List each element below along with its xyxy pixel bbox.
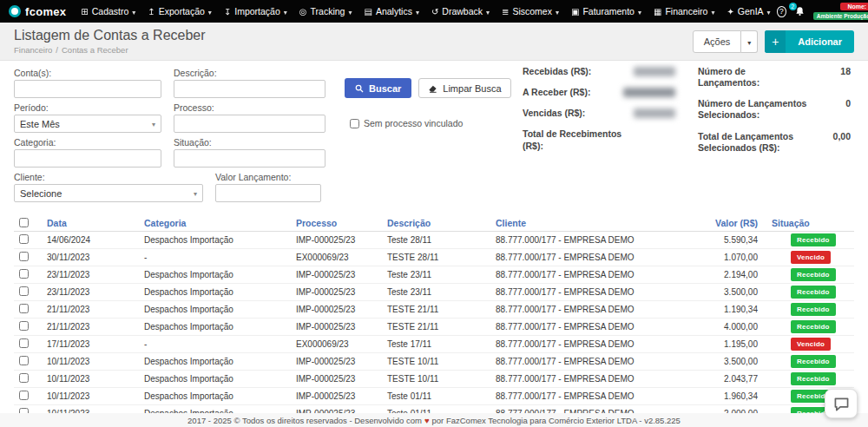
contas-label: Conta(s): [14,68,161,78]
column-header[interactable]: Processo [289,215,380,232]
breadcrumb-parent[interactable]: Financeiro [14,45,52,55]
buscar-button[interactable]: Buscar [345,78,411,98]
notifications-button[interactable]: 2 [795,6,805,16]
table-row[interactable]: 21/11/2023 Despachos Importação IMP-0000… [14,301,854,319]
chat-button[interactable] [825,389,858,418]
valor-lancamento-label: Valor Lançamento: [215,172,321,182]
nav-item-analytics[interactable]: ▤ Analytics [358,0,424,23]
a-receber-value-obscured [623,88,675,97]
descricao-input[interactable] [174,80,326,98]
cell-categoria: Despachos Importação [137,371,289,388]
situacao-label: Situação: [174,137,326,148]
brand-logo[interactable]: fcomex [9,5,66,18]
row-checkbox[interactable] [19,391,29,400]
table-row[interactable]: 14/06/2024 Despachos Importação IMP-0000… [14,232,854,249]
cell-situacao: Recebido [765,266,854,284]
user-menu[interactable]: Nome: Ambiente Produção FAZCOMEX DEMO CP… [813,0,868,30]
nav-item-genia[interactable]: ✦ GenIA [720,0,776,23]
row-checkbox[interactable] [19,373,29,383]
table-row[interactable]: 21/11/2023 Despachos Importação IMP-0000… [14,319,854,336]
cell-valor: 5.590,34 [691,232,765,249]
drawback-icon: ↺ [431,7,438,16]
breadcrumb-separator: / [56,45,58,55]
notification-count-badge: 2 [789,3,797,10]
row-checkbox[interactable] [19,338,29,348]
cell-situacao: Recebido [765,371,854,388]
analytics-icon: ▤ [364,7,372,16]
footer-text-after: por FazComex Tecnologia para Comércio Ex… [432,416,681,425]
periodo-select[interactable]: Este Mês [14,115,161,133]
brand-text: fcomex [25,5,66,18]
cell-cliente: 88.777.000/177 - EMPRESA DEMO [489,353,691,371]
chevron-down-icon [556,7,559,16]
nav-item-siscomex[interactable]: ≣ Siscomex [496,0,565,23]
cliente-select[interactable]: Selecione [14,184,203,202]
status-badge: Recebido [791,303,836,316]
nav-item-importação[interactable]: ↧ Importação [218,0,293,23]
footer: 2017 - 2025 © Todos os direitos reservad… [0,413,868,427]
column-header[interactable]: Situação [765,215,854,232]
add-button[interactable]: + Adicionar [765,30,854,53]
export-icon: ↥ [148,7,155,16]
actions-button[interactable]: Ações [693,30,742,53]
table-row[interactable]: 23/11/2023 Despachos Importação IMP-0000… [14,284,854,301]
nav-item-financeiro[interactable]: ▦ Financeiro [648,0,721,23]
genia-icon: ✦ [727,7,733,16]
row-checkbox[interactable] [19,269,29,279]
field-contas: Conta(s): [14,68,161,98]
nav-item-exportação[interactable]: ↥ Exportação [141,0,218,23]
tracking-icon: ◎ [299,7,307,16]
cell-cliente: 88.777.000/177 - EMPRESA DEMO [489,388,691,405]
column-header[interactable]: Categoria [137,215,289,232]
sem-processo-checkbox[interactable] [350,119,359,128]
nav-item-cadastro[interactable]: ⊞ Cadastro [75,0,141,23]
processo-input[interactable] [174,115,326,133]
situacao-input[interactable] [174,149,326,168]
field-periodo: Período: Este Mês [14,102,161,133]
column-header[interactable]: Cliente [489,215,691,232]
cell-situacao: Recebido [765,353,854,371]
cell-cliente: 88.777.000/177 - EMPRESA DEMO [489,249,691,266]
valor-lancamento-input[interactable] [215,184,321,202]
row-checkbox[interactable] [19,304,29,313]
chevron-down-icon [416,7,419,16]
row-checkbox[interactable] [19,356,29,365]
cell-valor: 1.960,34 [691,388,765,405]
total-selecionados-value: 0,00 [833,131,851,141]
sem-processo-row[interactable]: Sem processo vinculado [350,118,463,128]
column-header[interactable]: Valor (R$) [691,215,765,232]
row-checkbox[interactable] [19,234,29,244]
status-badge: Recebido [791,286,836,299]
column-header[interactable]: Data [40,215,137,232]
brand-circle-icon [9,5,21,17]
chevron-down-icon [194,188,197,198]
row-checkbox[interactable] [19,252,29,261]
contas-input[interactable] [14,80,161,98]
table-row[interactable]: 10/11/2023 Despachos Importação IMP-0000… [14,353,854,371]
field-descricao: Descrição: [174,68,326,98]
plus-icon: + [765,30,786,53]
nav-item-tracking[interactable]: ◎ Tracking [293,0,358,23]
cell-cliente: 88.777.000/177 - EMPRESA DEMO [489,232,691,249]
header-actions: Ações + Adicionar [693,30,854,53]
categoria-input[interactable] [14,149,161,168]
cell-processo: IMP-000025/23 [289,353,380,371]
row-checkbox[interactable] [19,321,29,331]
nav-item-faturamento[interactable]: ▣ Faturamento [565,0,648,23]
select-all-checkbox[interactable] [19,218,29,227]
actions-caret-button[interactable] [741,30,758,53]
table-row[interactable]: 10/11/2023 Despachos Importação IMP-0000… [14,388,854,405]
table-row[interactable]: 23/11/2023 Despachos Importação IMP-0000… [14,266,854,284]
column-header[interactable]: Descrição [380,215,489,232]
table-row[interactable]: 10/11/2023 Despachos Importação IMP-0000… [14,371,854,388]
cell-categoria: Despachos Importação [137,319,289,336]
table-row[interactable]: 30/11/2023 - EX000069/23 TESTE 28/11 88.… [14,249,854,266]
row-checkbox[interactable] [19,286,29,296]
limpar-busca-button[interactable]: Limpar Busca [418,78,510,98]
nav-item-drawback[interactable]: ↺ Drawback [425,0,496,23]
help-icon[interactable]: ? [777,6,786,17]
chevron-down-icon [284,7,287,16]
table-row[interactable]: 17/11/2023 - EX000069/23 Teste 17/11 88.… [14,336,854,353]
cell-processo: IMP-000025/23 [289,284,380,301]
cell-categoria: Despachos Importação [137,232,289,249]
